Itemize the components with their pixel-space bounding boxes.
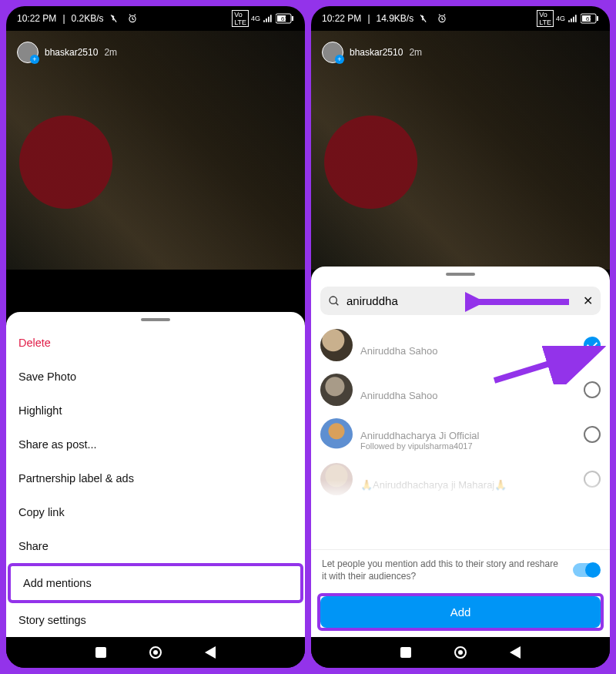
mention-reshare-row: Let people you mention add this to their… <box>311 549 610 590</box>
menu-save-photo[interactable]: Save Photo <box>6 360 305 394</box>
result-name: Aniruddha Sahoo <box>360 390 576 401</box>
menu-add-mentions[interactable]: Add mentions <box>11 566 300 600</box>
phone-left: 10:22 PM | 0.2KB/s VoLTE 4G 61 + bhaskar… <box>6 6 305 668</box>
annotation-highlight: Add <box>317 593 604 631</box>
recents-button[interactable] <box>95 647 106 658</box>
signal-icon <box>567 13 578 24</box>
menu-delete[interactable]: Delete <box>6 326 305 360</box>
result-row-1[interactable]: Aniruddha Sahoo <box>320 367 601 412</box>
result-sub: Followed by vipulsharma4017 <box>360 441 576 451</box>
menu-share-as-post[interactable]: Share as post... <box>6 428 305 461</box>
result-avatar <box>320 374 353 406</box>
search-input[interactable] <box>346 294 577 307</box>
recents-button[interactable] <box>400 647 411 658</box>
alarm-icon <box>437 13 447 24</box>
story-options-sheet: Delete Save Photo Highlight Share as pos… <box>6 312 305 637</box>
search-results: Aniruddha Sahoo Aniruddha Sahoo Aniruddh… <box>311 323 610 549</box>
home-button[interactable] <box>454 646 467 659</box>
result-avatar <box>320 418 353 451</box>
result-row-0[interactable]: Aniruddha Sahoo <box>320 323 601 367</box>
vibrate-icon <box>110 13 121 24</box>
avatar[interactable]: + <box>322 42 343 63</box>
signal-icon <box>263 13 273 24</box>
avatar[interactable]: + <box>17 42 38 63</box>
vibrate-icon <box>420 13 430 24</box>
search-icon <box>328 295 340 307</box>
result-radio[interactable] <box>584 337 601 354</box>
story-username[interactable]: bhaskar2510 <box>350 47 403 58</box>
sheet-handle[interactable] <box>141 318 170 321</box>
network-type: 4G <box>251 15 260 22</box>
menu-share[interactable]: Share <box>6 529 305 563</box>
clear-search-button[interactable]: ✕ <box>583 293 593 308</box>
story-background[interactable]: + bhaskar2510 2m <box>6 31 305 270</box>
story-header[interactable]: + bhaskar2510 2m <box>17 42 117 63</box>
back-button[interactable] <box>205 646 216 659</box>
reshare-toggle[interactable] <box>573 563 599 577</box>
svg-line-13 <box>336 303 338 305</box>
status-time: 10:22 PM <box>17 13 56 24</box>
menu-highlight[interactable]: Highlight <box>6 394 305 428</box>
home-button[interactable] <box>149 646 162 659</box>
menu-partnership[interactable]: Partnership label & ads <box>6 461 305 495</box>
story-username[interactable]: bhaskar2510 <box>45 47 98 58</box>
volte-badge: VoLTE <box>537 10 554 27</box>
svg-point-12 <box>330 297 336 303</box>
alarm-icon <box>127 13 138 24</box>
result-row-2[interactable]: Aniruddhacharya Ji OfficialFollowed by v… <box>320 412 601 457</box>
plus-badge-icon: + <box>335 55 344 64</box>
add-mentions-sheet: ✕ Aniruddha Sahoo Aniruddha Sahoo Anirud… <box>311 267 610 637</box>
battery-icon: 61 <box>581 13 599 24</box>
result-radio[interactable] <box>584 426 601 443</box>
result-name: Aniruddha Sahoo <box>360 345 576 357</box>
phone-right: 10:22 PM | 14.9KB/s VoLTE 4G 61 + bhaska… <box>311 6 610 668</box>
svg-rect-4 <box>292 16 293 21</box>
menu-copy-link[interactable]: Copy link <box>6 495 305 529</box>
status-time: 10:22 PM <box>322 13 361 24</box>
result-radio[interactable] <box>584 381 601 398</box>
annotation-highlight: Add mentions <box>8 563 303 603</box>
story-background[interactable]: + bhaskar2510 2m <box>311 31 610 270</box>
back-button[interactable] <box>510 646 521 659</box>
menu-story-settings[interactable]: Story settings <box>6 603 305 637</box>
network-type: 4G <box>556 15 565 22</box>
toggle-label: Let people you mention add this to their… <box>322 558 565 582</box>
svg-rect-10 <box>597 16 598 21</box>
add-button[interactable]: Add <box>320 596 601 628</box>
android-nav-bar <box>311 637 610 668</box>
svg-line-0 <box>111 15 116 22</box>
svg-text:61: 61 <box>281 15 288 22</box>
plus-badge-icon: + <box>30 55 39 64</box>
status-speed: 0.2KB/s <box>72 13 104 24</box>
android-nav-bar <box>6 637 305 668</box>
status-bar: 10:22 PM | 0.2KB/s VoLTE 4G 61 <box>6 6 305 31</box>
story-header[interactable]: + bhaskar2510 2m <box>322 42 422 63</box>
story-age: 2m <box>104 47 117 58</box>
result-name: Aniruddhacharya Ji Official <box>360 430 576 441</box>
battery-icon: 61 <box>276 13 294 24</box>
result-avatar <box>320 329 353 361</box>
sheet-handle[interactable] <box>446 273 475 276</box>
volte-badge: VoLTE <box>232 10 249 27</box>
svg-text:61: 61 <box>586 15 593 22</box>
story-age: 2m <box>409 47 422 58</box>
status-bar: 10:22 PM | 14.9KB/s VoLTE 4G 61 <box>311 6 610 31</box>
search-row: ✕ <box>320 287 601 315</box>
status-speed: 14.9KB/s <box>377 13 414 24</box>
svg-line-6 <box>420 15 426 22</box>
